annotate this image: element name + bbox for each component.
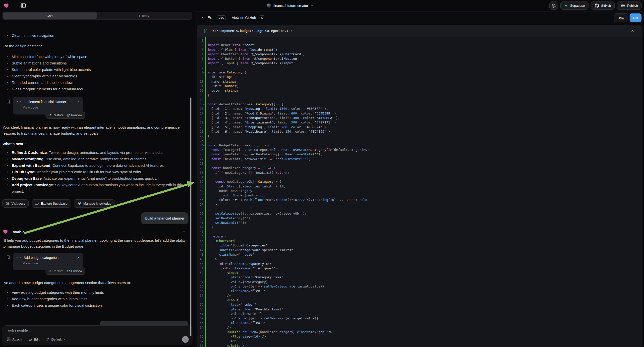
diff-toggle-button[interactable]: Diff bbox=[630, 14, 642, 22]
line-number: 55 bbox=[197, 284, 204, 289]
fold-chevron-icon[interactable]: › bbox=[202, 104, 206, 106]
chevron-left-icon[interactable] bbox=[201, 16, 205, 20]
whats-next-heading: What's next? bbox=[2, 141, 187, 147]
restore-icon: ↺ bbox=[48, 270, 51, 273]
sidebar-toggle-button[interactable] bbox=[19, 2, 28, 10]
view-on-github-link[interactable]: View on GitHub bbox=[232, 16, 256, 20]
model-selector[interactable]: Default bbox=[46, 338, 66, 341]
preview-button[interactable]: Preview bbox=[67, 269, 82, 273]
code-line: 29› const handleAddCategory = () => { bbox=[197, 166, 642, 170]
line-number: 53 bbox=[197, 275, 204, 280]
added-bullet-list: View existing budget categories with the… bbox=[0, 289, 195, 309]
image-icon bbox=[7, 337, 11, 341]
panel-icon bbox=[20, 3, 26, 8]
code-line: 12 color: string; bbox=[197, 88, 642, 93]
project-name: financial-future-creator bbox=[273, 4, 308, 8]
line-number: 41 bbox=[197, 220, 204, 225]
list-item: Clean, intuitive navigation bbox=[2, 32, 186, 39]
chevron-down-icon[interactable] bbox=[11, 4, 14, 7]
code-line: 24›const BudgetCategories = () => { bbox=[197, 143, 642, 148]
line-number: 67 bbox=[197, 339, 204, 344]
version-card-row: < > Implement financial planner View cod… bbox=[0, 97, 195, 119]
chat-scrollbar[interactable] bbox=[190, 98, 192, 336]
code-line: 66 <Plus size={16} /> bbox=[197, 334, 642, 339]
bookmark-icon[interactable] bbox=[6, 99, 10, 104]
design-heading: For the design aesthetic: bbox=[2, 43, 187, 49]
code-line: 28 bbox=[197, 161, 642, 166]
graduation-cap-icon bbox=[78, 201, 82, 206]
fold-chevron-icon[interactable]: › bbox=[202, 168, 206, 169]
supabase-button[interactable]: Supabase bbox=[560, 2, 588, 10]
github-button[interactable]: GitHub bbox=[591, 2, 615, 10]
publish-button[interactable]: Publish bbox=[617, 2, 642, 10]
fold-chevron-icon[interactable]: › bbox=[202, 145, 206, 146]
assistant-header: Lovable ⋯ bbox=[3, 229, 195, 234]
code-line: 57 /> bbox=[197, 294, 642, 298]
settings-button[interactable] bbox=[550, 2, 558, 10]
code-line: 25 const [categories, setCategories] = R… bbox=[197, 148, 642, 152]
manage-knowledge-button[interactable]: Manage knowledge bbox=[74, 200, 115, 208]
ready-text: Your sleek financial planner is now read… bbox=[2, 124, 187, 136]
attach-button[interactable]: Attach bbox=[7, 337, 22, 341]
line-number: 58 bbox=[197, 298, 204, 302]
bookmark-icon[interactable] bbox=[6, 255, 10, 260]
code-line: 23 bbox=[197, 139, 642, 143]
code-line: 40 setNewCategory(''); bbox=[197, 216, 642, 220]
send-button[interactable]: ↑ bbox=[182, 336, 189, 343]
code-line: 3import { Plus } from 'lucide-react'; bbox=[197, 48, 642, 52]
chat-input[interactable] bbox=[8, 328, 162, 333]
line-number: 18 bbox=[197, 116, 204, 120]
code-line: 65 <Button onClick={handleAddCategory} c… bbox=[197, 330, 642, 334]
code-line: 21 { id: '6', name: 'Healthcare', limit:… bbox=[197, 130, 642, 134]
code-line: 5import { Button } from '@/components/ui… bbox=[197, 56, 642, 61]
project-switcher[interactable]: financial-future-creator bbox=[267, 0, 314, 11]
collapse-chevron-up-icon[interactable] bbox=[630, 29, 634, 33]
message-menu-button[interactable]: ⋯ bbox=[182, 230, 186, 234]
code-line: 16 { id: '1', name: 'Housing', limit: 15… bbox=[197, 106, 642, 111]
line-number: 14 bbox=[197, 98, 204, 102]
line-number: 44 bbox=[197, 234, 204, 239]
raw-toggle-button[interactable]: Raw bbox=[614, 14, 628, 22]
code-editor[interactable]: 12import React from 'react';3import { Pl… bbox=[197, 37, 642, 347]
code-line: 68 </Button> bbox=[197, 344, 642, 347]
help-text: I'll help you add budget categories to t… bbox=[2, 238, 187, 250]
explore-supabase-button[interactable]: Explore Supabase bbox=[32, 200, 71, 208]
line-number: 42 bbox=[197, 225, 204, 230]
next-steps-list: Refine & Customize: Tweak the design, an… bbox=[0, 149, 195, 195]
tab-chat[interactable]: Chat bbox=[3, 12, 97, 19]
line-number: 66 bbox=[197, 334, 204, 339]
code-line: 7 bbox=[197, 66, 642, 70]
line-number: 61 bbox=[197, 312, 204, 316]
restore-button[interactable]: ↺ Restore bbox=[48, 269, 64, 273]
top-header: financial-future-creator Supabase bbox=[0, 0, 644, 11]
view-code-link[interactable]: View code bbox=[13, 104, 84, 109]
code-line: 56 className="flex-1" bbox=[197, 289, 642, 293]
tab-history[interactable]: History bbox=[97, 12, 192, 19]
supabase-bolt-icon bbox=[564, 4, 568, 8]
external-link-icon bbox=[6, 202, 10, 206]
visit-docs-button[interactable]: Visit docs bbox=[2, 200, 29, 208]
chat-panel: Chat History Clean, intuitive navigation… bbox=[0, 11, 195, 347]
exit-button[interactable]: Exit bbox=[208, 16, 213, 20]
next-step-item: Master Prompting: Use clear, detailed, a… bbox=[2, 156, 186, 162]
code-line: 27 const [newLimit, setNewLimit] = React… bbox=[197, 157, 642, 161]
code-card: src/components/budget/BudgetCategories.t… bbox=[197, 25, 642, 347]
supabase-label: Supabase bbox=[570, 4, 585, 8]
chevron-right-icon bbox=[76, 256, 80, 260]
line-number: 47 bbox=[197, 248, 204, 252]
line-number: 35 bbox=[197, 193, 204, 198]
line-number: 37 bbox=[197, 202, 204, 207]
fold-chevron-icon[interactable]: › bbox=[202, 181, 206, 183]
list-item: Each category gets a unique color for vi… bbox=[2, 302, 186, 309]
code-line: 6import { Input } from '@/components/ui/… bbox=[197, 61, 642, 66]
lovable-logo-icon[interactable] bbox=[4, 3, 9, 8]
list-item: Subtle animations and transitions bbox=[2, 60, 186, 66]
preview-button[interactable]: Preview bbox=[67, 114, 82, 117]
edit-mode-button[interactable]: Edit bbox=[28, 337, 39, 341]
restore-button[interactable]: ↺ Restore bbox=[48, 114, 64, 117]
publish-label: Publish bbox=[627, 4, 638, 8]
fold-chevron-icon[interactable]: › bbox=[202, 72, 206, 74]
esc-key-badge: ESC bbox=[217, 16, 226, 20]
view-code-link[interactable]: View code bbox=[13, 260, 84, 265]
file-path-bar[interactable]: src/components/budget/BudgetCategories.t… bbox=[197, 25, 642, 37]
